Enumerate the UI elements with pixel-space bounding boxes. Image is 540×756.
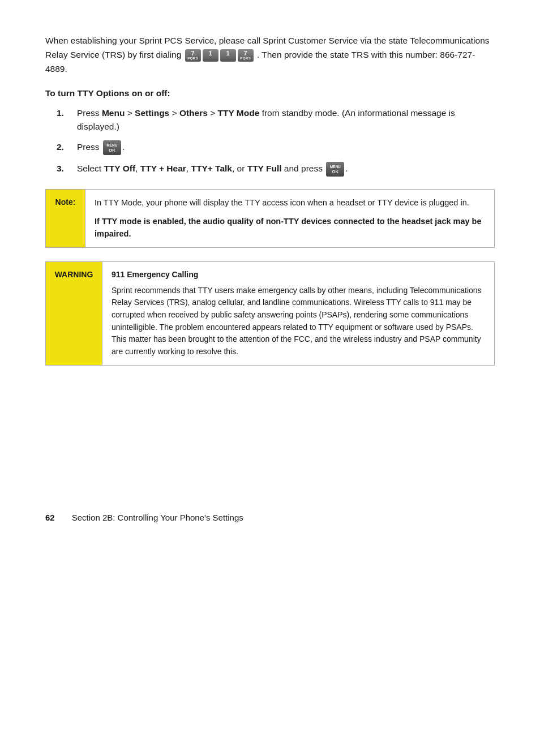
step-1-settings: Settings	[135, 108, 169, 118]
dial-btn-1b: 1	[220, 49, 236, 62]
step-1-text-before: Press	[77, 108, 102, 118]
footer: 62 Section 2B: Controlling Your Phone's …	[45, 490, 495, 522]
warning-label: WARNING	[46, 262, 102, 365]
dial-buttons: 7PQRS 1 1 7PQRS	[185, 49, 254, 62]
dial-btn-1a: 1	[203, 49, 218, 62]
step-3-text: Select TTY Off, TTY + Hear, TTY+ Talk, o…	[77, 162, 495, 177]
step-1-ttymode: TTY Mode	[218, 108, 260, 118]
step-3-num: 3.	[57, 162, 72, 175]
step-1: 1. Press Menu > Settings > Others > TTY …	[57, 106, 495, 134]
step-3-text-after: and press	[282, 164, 323, 174]
step-3-sep3: , or	[232, 164, 247, 174]
warning-body: Sprint recommends that TTY users make em…	[112, 285, 485, 358]
note-text2: If TTY mode is enabled, the audio qualit…	[95, 215, 485, 240]
step-2-text: Press MENUOK.	[77, 140, 495, 155]
note-text1: In TTY Mode, your phone will display the…	[95, 196, 485, 209]
note-content: In TTY Mode, your phone will display the…	[85, 190, 494, 247]
step-2-num: 2.	[57, 140, 72, 154]
step-3-ttyfull: TTY Full	[247, 164, 282, 174]
page-number: 62	[45, 513, 55, 522]
step-1-menu: Menu	[102, 108, 125, 118]
step-1-text: Press Menu > Settings > Others > TTY Mod…	[77, 106, 495, 134]
note-box: Note: In TTY Mode, your phone will displ…	[45, 189, 495, 247]
step-2-press: Press	[77, 143, 100, 152]
step-3-ttyhear: TTY + Hear	[140, 164, 186, 174]
step-1-sep1: >	[125, 108, 135, 118]
section-heading: To turn TTY Options on or off:	[45, 88, 495, 98]
intro-paragraph: When establishing your Sprint PCS Servic…	[45, 34, 495, 76]
section-title: Section 2B: Controlling Your Phone's Set…	[72, 513, 243, 522]
step-3-ttyoff: TTY Off	[104, 164, 135, 174]
warning-title: 911 Emergency Calling	[112, 269, 485, 281]
menu-ok-btn-3: MENUOK	[326, 162, 344, 177]
step-1-sep2: >	[169, 108, 179, 118]
dial-btn-7: 7PQRS	[185, 49, 201, 62]
step-3: 3. Select TTY Off, TTY + Hear, TTY+ Talk…	[57, 162, 495, 177]
step-2: 2. Press MENUOK.	[57, 140, 495, 155]
warning-content: 911 Emergency Calling Sprint recommends …	[102, 262, 494, 365]
step-1-others: Others	[179, 108, 208, 118]
warning-box: WARNING 911 Emergency Calling Sprint rec…	[45, 261, 495, 366]
step-3-select: Select	[77, 164, 104, 174]
note-label: Note:	[46, 190, 85, 247]
step-1-num: 1.	[57, 106, 72, 120]
step-1-sep3: >	[208, 108, 218, 118]
step-3-ttytalk: TTY+ Talk	[191, 164, 232, 174]
menu-ok-btn-2: MENUOK	[103, 140, 121, 155]
steps-list: 1. Press Menu > Settings > Others > TTY …	[57, 106, 495, 177]
step-3-sep1: ,	[135, 164, 140, 174]
dial-btn-7b: 7PQRS	[238, 49, 254, 62]
